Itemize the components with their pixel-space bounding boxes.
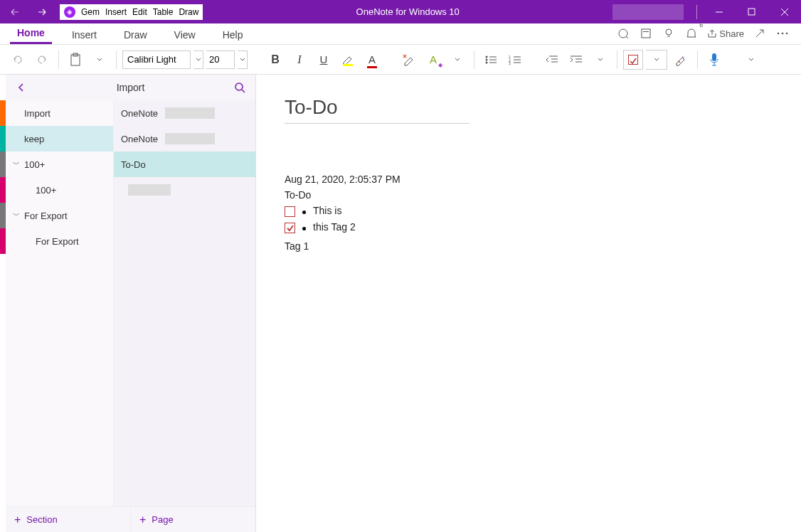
svg-rect-10 — [71, 55, 80, 65]
clipboard-dropdown[interactable] — [89, 48, 110, 71]
svg-rect-32 — [712, 53, 716, 61]
share-button[interactable]: Share — [703, 23, 748, 44]
chevron-down-icon: ﹀ — [13, 159, 20, 169]
gem-menu-gem[interactable]: Gem — [81, 7, 100, 17]
maximize-button[interactable] — [736, 0, 768, 23]
section-item[interactable]: keep — [6, 126, 113, 151]
todo-tag-button[interactable] — [623, 50, 643, 70]
gem-menu-table[interactable]: Table — [153, 7, 174, 17]
svg-point-9 — [786, 33, 788, 35]
page-label: OneNote — [121, 134, 158, 144]
ribbon-more-dropdown[interactable] — [741, 48, 762, 71]
notebook-tab[interactable] — [0, 151, 6, 177]
section-item[interactable]: ﹀For Export — [6, 203, 113, 228]
highlight-button[interactable] — [337, 48, 359, 71]
gem-menu-draw[interactable]: Draw — [179, 7, 198, 17]
note-timestamp: Aug 21, 2020, 2:05:37 PM — [285, 174, 773, 185]
font-name-input[interactable]: Calibri Light — [122, 50, 191, 69]
note-title[interactable]: To-Do — [285, 96, 470, 124]
font-color-button[interactable]: A — [361, 48, 383, 71]
notebook-tab[interactable] — [0, 203, 6, 228]
nav-back-button[interactable] — [13, 79, 30, 96]
add-page-button[interactable]: +Page — [130, 507, 255, 532]
underline-button[interactable]: U — [313, 48, 334, 71]
ribbon-tabs: Home Insert Draw View Help 6 Share — [0, 23, 801, 45]
fullscreen-arrow-icon[interactable] — [748, 23, 771, 44]
numbered-list-button[interactable]: 123 — [504, 48, 526, 71]
notebook-tab[interactable] — [0, 177, 6, 203]
tab-insert[interactable]: Insert — [65, 26, 104, 44]
note-list-item[interactable]: This is — [285, 205, 773, 217]
tab-home[interactable]: Home — [10, 24, 52, 44]
gem-menu-insert[interactable]: Insert — [105, 7, 127, 17]
svg-point-8 — [782, 33, 784, 35]
bold-button[interactable]: B — [265, 48, 286, 71]
note-canvas[interactable]: To-Do Aug 21, 2020, 2:05:37 PM To-Do Thi… — [256, 75, 801, 532]
minimize-button[interactable] — [703, 0, 736, 23]
font-name-dropdown[interactable] — [193, 50, 203, 69]
section-item[interactable]: For Export — [6, 228, 113, 254]
tags-button[interactable] — [670, 48, 691, 71]
section-item[interactable]: 100+ — [6, 177, 113, 203]
note-item-text[interactable]: this Tag 2 — [313, 221, 356, 233]
page-item[interactable] — [114, 177, 255, 203]
bullet-list-button[interactable] — [480, 48, 502, 71]
more-icon[interactable] — [771, 23, 794, 44]
page-item[interactable]: To-Do — [114, 151, 255, 177]
chevron-down-icon: ﹀ — [13, 211, 20, 220]
lightbulb-icon[interactable] — [657, 23, 680, 44]
styles-button[interactable]: A◆ — [423, 48, 444, 71]
todo-dropdown[interactable] — [646, 50, 667, 70]
outdent-button[interactable] — [541, 48, 563, 71]
forward-button[interactable] — [28, 0, 57, 23]
fullscreen-icon[interactable] — [635, 23, 657, 44]
note-subtitle[interactable]: To-Do — [285, 189, 773, 201]
checkbox-icon[interactable] — [285, 206, 295, 217]
clear-formatting-button[interactable] — [398, 48, 420, 71]
checkbox-icon[interactable] — [285, 223, 295, 233]
page-item[interactable]: OneNote — [114, 126, 255, 151]
font-size-input[interactable]: 20 — [206, 50, 235, 69]
page-label: OneNote — [121, 108, 158, 119]
gem-icon[interactable]: ◈ — [64, 6, 75, 18]
notifications-icon[interactable]: 6 — [680, 23, 703, 44]
content-area: Import Importkeep﹀100+100+﹀For ExportFor… — [0, 75, 801, 532]
font-size-dropdown[interactable] — [238, 50, 248, 69]
section-item[interactable]: Import — [6, 100, 113, 126]
add-section-button[interactable]: +Section — [6, 507, 130, 532]
back-button[interactable] — [0, 0, 28, 23]
italic-button[interactable]: I — [289, 48, 310, 71]
section-label: For Export — [36, 236, 113, 247]
paragraph-dropdown[interactable] — [590, 48, 611, 71]
tab-help[interactable]: Help — [216, 26, 250, 44]
svg-rect-11 — [73, 53, 78, 56]
tab-view[interactable]: View — [167, 26, 203, 44]
svg-point-2 — [619, 29, 627, 38]
note-list-item[interactable]: this Tag 2 — [285, 221, 773, 233]
svg-rect-1 — [748, 9, 755, 15]
user-account-area[interactable] — [612, 4, 684, 20]
dictate-icon[interactable] — [612, 23, 635, 44]
gem-menu-edit[interactable]: Edit — [132, 7, 147, 17]
undo-button[interactable] — [7, 48, 28, 71]
notebook-tab[interactable] — [0, 228, 6, 254]
close-button[interactable] — [768, 0, 801, 23]
notebook-tab[interactable] — [0, 100, 6, 126]
search-button[interactable] — [231, 79, 248, 96]
page-item[interactable]: OneNote — [114, 100, 255, 126]
tab-draw[interactable]: Draw — [117, 26, 154, 44]
redo-button[interactable] — [31, 48, 53, 71]
dictate-button[interactable] — [704, 48, 725, 71]
notebook-tab[interactable] — [0, 126, 6, 151]
svg-point-15 — [486, 58, 488, 60]
pages-list: OneNoteOneNoteTo-Do — [114, 100, 255, 506]
section-label: 100+ — [24, 159, 113, 170]
svg-point-31 — [679, 61, 680, 63]
clipboard-button[interactable] — [65, 48, 86, 71]
titlebar: ◈ Gem Insert Edit Table Draw OneNote for… — [0, 0, 801, 23]
note-footer-text[interactable]: Tag 1 — [285, 240, 773, 252]
indent-button[interactable] — [566, 48, 587, 71]
section-item[interactable]: ﹀100+ — [6, 151, 113, 177]
note-item-text[interactable]: This is — [313, 205, 341, 216]
styles-dropdown[interactable] — [447, 48, 468, 71]
